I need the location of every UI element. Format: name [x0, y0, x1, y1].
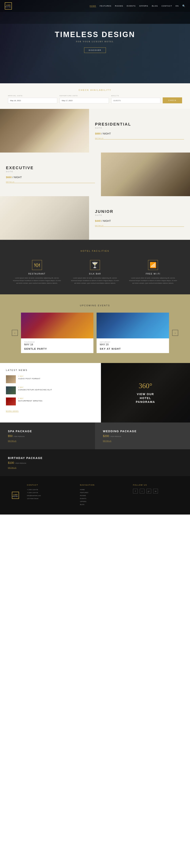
news-headline-1[interactable]: AUDIO POST FORMAT — [18, 378, 40, 380]
event-card-2: SATURDAY MAY 20 SKY AT NIGHT — [97, 313, 169, 353]
spa-package: SPA PACKAGE $50 / PER PERSON DETAILS — [0, 423, 95, 449]
restaurant-icon: 🍽 — [32, 260, 42, 270]
events-section: UPCOMING EVENTS ‹ THURSDAY MAY 18 GENTLE… — [0, 294, 190, 363]
presidential-info: PRESIDENTIAL SUITE $880 / NIGHT DETAILS — [89, 109, 190, 153]
wifi-icon: 📶 — [148, 260, 158, 270]
panorama-content: 360° VIEW OUR HOTEL PANORAMA — [136, 382, 155, 404]
nav-home[interactable]: HOME — [90, 5, 96, 7]
footer: LAVA HOTEL CONTACT +1 800 1234 56 +1 800… — [0, 476, 190, 515]
news-headline-2[interactable]: CONSECTETUR ADIPISCING ELIT — [18, 389, 52, 391]
nav-links: HOME FEATURES ROOMS EVENTS OFFERS BLOG C… — [90, 5, 185, 7]
event-date-1: MAY 18 — [24, 343, 90, 346]
executive-details[interactable]: DETAILS — [6, 181, 95, 183]
executive-image — [101, 153, 190, 196]
news-section: LATEST NEWS 2 MAY AUDIO POST FORMAT 2 MA… — [0, 363, 101, 423]
footer-nav-features[interactable]: FEATURES — [80, 492, 125, 494]
footer-logo-line1: LAVA — [13, 494, 18, 496]
event-name-1: GENTLE PARTY — [24, 347, 90, 350]
news-date-1: 2 MAY — [18, 375, 40, 377]
footer-social-links: f t g+ in — [133, 489, 178, 494]
news-headline-3[interactable]: MATURPRENT MRNITES — [18, 400, 43, 402]
adults-group: ADULTS — [111, 95, 160, 103]
events-slider: ‹ THURSDAY MAY 18 GENTLE PARTY SATURDAY … — [12, 313, 178, 353]
facility-restaurant: 🍽 RESTAURANT Lorem ipsum dolor sit amet,… — [12, 260, 62, 284]
silk-bar-name: SILK BAR — [70, 273, 120, 275]
google-plus-icon[interactable]: g+ — [147, 489, 151, 494]
departure-input[interactable] — [60, 98, 109, 103]
junior-image — [0, 196, 89, 240]
spa-details[interactable]: DETAILS — [8, 440, 16, 442]
executive-price: $660 / NIGHT — [6, 176, 95, 179]
event-image-1 — [21, 313, 93, 338]
check-availability-section: CHECK AVAILABILITY ARRIVAL DATE DEPARTUR… — [0, 83, 190, 109]
logo-icon: LAVA HOTEL — [5, 2, 12, 9]
birthday-price: $100 / PER PERSON — [8, 461, 182, 464]
footer-nav-title: NAVIGATION — [80, 484, 125, 486]
linkedin-icon[interactable]: in — [153, 489, 158, 494]
birthday-details[interactable]: DETAILS — [8, 467, 16, 469]
facility-wifi: 📶 FREE WI-FI Lorem ipsum dolor sit amet,… — [128, 260, 178, 284]
hero-title: TIMELESS DESIGN — [55, 30, 135, 39]
arrival-label: ARRIVAL DATE — [8, 95, 57, 97]
news-title: LATEST NEWS — [6, 369, 95, 371]
facilities-title: HOTEL FACILITIES — [12, 250, 178, 252]
presidential-type: SUITE — [95, 127, 184, 129]
facebook-icon[interactable]: f — [133, 489, 138, 494]
panorama-text: VIEW OUR HOTEL PANORAMA — [136, 392, 155, 404]
adults-input[interactable] — [111, 98, 160, 103]
news-content-1: 2 MAY AUDIO POST FORMAT — [18, 375, 40, 380]
footer-nav-offers[interactable]: OFFERS — [80, 501, 125, 502]
nav-blog[interactable]: BLOG — [152, 5, 158, 7]
departure-group: DEPARTURE DATE — [60, 95, 109, 103]
logo[interactable]: LAVA HOTEL — [5, 2, 12, 9]
panorama-line1: VIEW OUR — [136, 392, 155, 396]
discover-button[interactable]: DISCOVER — [84, 48, 106, 53]
facility-silk-bar: 🍸 SILK BAR Lorem ipsum dolor sit amet, c… — [70, 260, 120, 284]
nav-offers[interactable]: OFFERS — [139, 5, 148, 7]
footer-nav-home[interactable]: HOME — [80, 489, 125, 491]
panorama-line2: HOTEL — [136, 396, 155, 400]
wifi-text: Lorem ipsum dolor sit amet, consectetur … — [128, 277, 178, 284]
nav-lang[interactable]: EN — [176, 5, 179, 7]
more-news-link[interactable]: MORE NEWS — [6, 410, 18, 412]
silk-bar-text: Lorem ipsum dolor sit amet, consectetur … — [70, 277, 120, 284]
events-prev-arrow[interactable]: ‹ — [12, 330, 18, 336]
search-icon[interactable]: 🔍 — [182, 5, 185, 7]
news-content-3: 2 MAY MATURPRENT MRNITES — [18, 398, 43, 402]
footer-nav-rooms[interactable]: ROOMS — [80, 495, 125, 496]
footer-nav-blog[interactable]: BLOG — [80, 504, 125, 505]
footer-logo: LAVA HOTEL — [12, 484, 19, 506]
news-item-3: 2 MAY MATURPRENT MRNITES — [6, 398, 95, 405]
hero-section: TIMELESS DESIGN FOR YOUR LUXURY HOTEL DI… — [0, 0, 190, 83]
check-button[interactable]: CHECK — [163, 97, 182, 103]
facilities-section: HOTEL FACILITIES 🍽 RESTAURANT Lorem ipsu… — [0, 240, 190, 294]
navbar: LAVA HOTEL HOME FEATURES ROOMS EVENTS OF… — [0, 0, 190, 12]
event-info-2: SATURDAY MAY 20 SKY AT NIGHT — [97, 338, 169, 353]
arrival-input[interactable] — [8, 98, 57, 103]
news-date-3: 2 MAY — [18, 398, 43, 399]
nav-features[interactable]: FEATURES — [100, 5, 111, 7]
wedding-details[interactable]: DETAILS — [103, 440, 111, 442]
footer-phone-2: +1 800 1234 56 — [27, 492, 72, 494]
panorama-section[interactable]: 360° VIEW OUR HOTEL PANORAMA — [101, 363, 190, 423]
spa-title: SPA PACKAGE — [8, 430, 87, 433]
news-panorama-section: LATEST NEWS 2 MAY AUDIO POST FORMAT 2 MA… — [0, 363, 190, 423]
news-thumb-1 — [6, 375, 16, 383]
twitter-icon[interactable]: t — [140, 489, 145, 494]
presidential-details[interactable]: DETAILS — [95, 137, 184, 140]
junior-details[interactable]: DETAILS — [95, 225, 184, 227]
news-content-2: 2 MAY CONSECTETUR ADIPISCING ELIT — [18, 386, 52, 391]
nav-rooms[interactable]: ROOMS — [115, 5, 123, 7]
event-name-2: SKY AT NIGHT — [100, 347, 166, 350]
event-day-2: SATURDAY — [100, 341, 166, 343]
nav-contact[interactable]: CONTACT — [161, 5, 172, 7]
presidential-price: $880 / NIGHT — [95, 132, 184, 135]
nav-events[interactable]: EVENTS — [127, 5, 136, 7]
footer-nav-events[interactable]: EVENTS — [80, 498, 125, 499]
events-next-arrow[interactable]: › — [172, 330, 178, 336]
birthday-section: BIRTHDAY PACKAGE $100 / PER PERSON DETAI… — [0, 449, 190, 476]
executive-name: EXECUTIVE — [6, 166, 95, 170]
junior-price: $440 / NIGHT — [95, 219, 184, 222]
hero-subtitle: FOR YOUR LUXURY HOTEL — [55, 40, 135, 43]
event-day-1: THURSDAY — [24, 341, 90, 343]
